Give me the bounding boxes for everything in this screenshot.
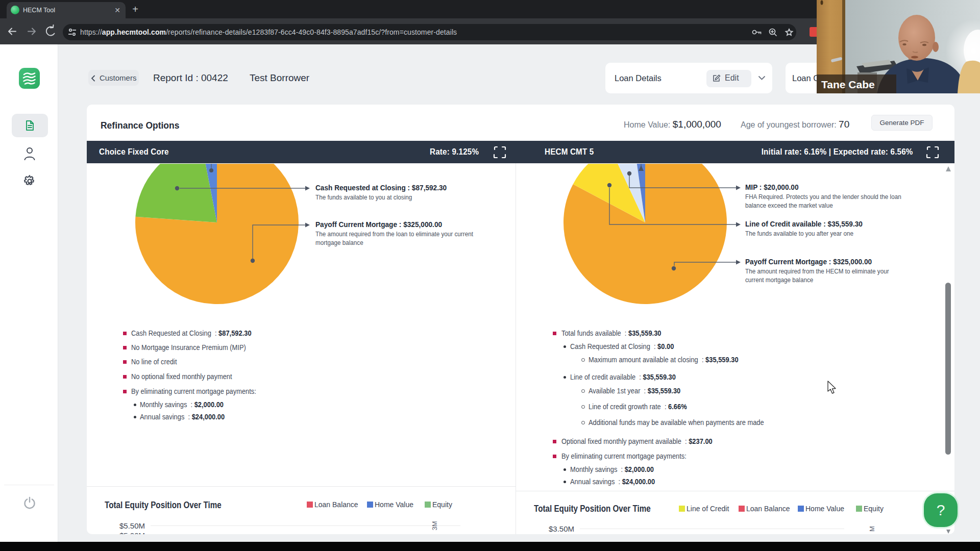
svg-text:Tane Cabe: Tane Cabe [821,79,875,90]
